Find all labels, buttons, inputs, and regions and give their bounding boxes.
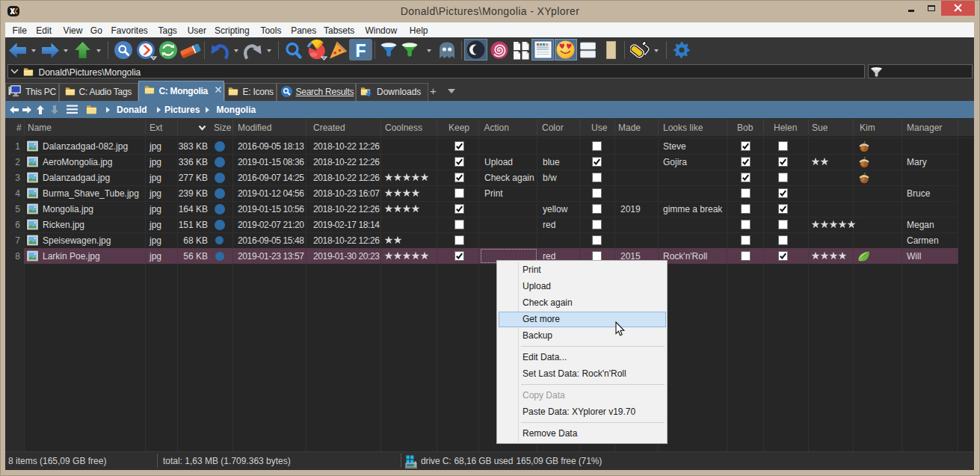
svg-text:F: F xyxy=(355,40,366,60)
